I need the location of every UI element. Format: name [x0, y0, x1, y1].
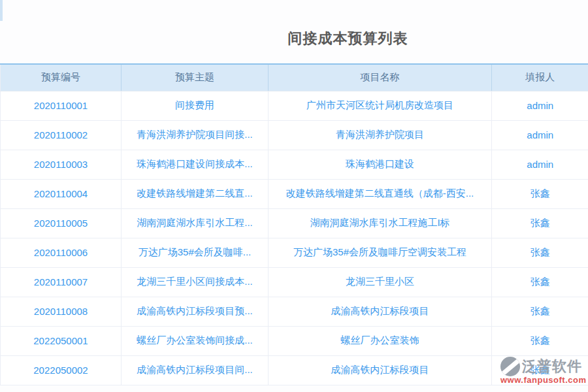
title-bar: 间接成本预算列表 [0, 0, 588, 63]
project-cell[interactable]: 湖南洞庭湖水库引水工程施工I标 [269, 208, 492, 238]
subject-cell[interactable]: 龙湖三千里小区间接成本... [122, 267, 269, 297]
subject-cell[interactable]: 湖南洞庭湖水库引水工程... [122, 208, 269, 238]
table-row: 2020110004改建铁路线增建第二线直...改建铁路线增建第二线直通线（成都… [1, 179, 588, 208]
project-cell[interactable]: 龙湖三千里小区 [269, 267, 492, 297]
column-header-project: 项目名称 [269, 64, 492, 91]
project-cell[interactable]: 改建铁路线增建第二线直通线（成都-西安... [269, 179, 492, 208]
table-row: 2020110001间接费用广州市天河区统计局机房改造项目admin [1, 91, 588, 120]
budget_no-cell[interactable]: 2020110003 [1, 150, 122, 179]
reporter-cell[interactable]: admin [492, 150, 588, 179]
column-header-budget_no: 预算编号 [1, 64, 122, 91]
project-cell[interactable]: 成渝高铁内江标段项目 [269, 355, 492, 385]
reporter-cell[interactable]: 张鑫 [492, 326, 588, 355]
reporter-cell[interactable]: 张鑫 [492, 267, 588, 297]
header-row: 预算编号预算主题项目名称填报人 [1, 64, 588, 91]
reporter-cell[interactable]: admin [492, 91, 588, 120]
table-row: 2020110003珠海鹤港口建设间接成本...珠海鹤港口建设admin [1, 150, 588, 179]
project-cell[interactable]: 青海洪湖养护院项目 [269, 120, 492, 150]
subject-cell[interactable]: 改建铁路线增建第二线直... [122, 179, 269, 208]
reporter-cell[interactable]: 张鑫 [492, 355, 588, 385]
project-cell[interactable]: 螺丝厂办公室装饰 [269, 326, 492, 355]
subject-cell[interactable]: 螺丝厂办公室装饰间接成... [122, 326, 269, 355]
project-cell[interactable]: 万达广场35#会所及咖啡厅空调安装工程 [269, 238, 492, 267]
budget_no-cell[interactable]: 2022050002 [1, 355, 122, 385]
subject-cell[interactable]: 珠海鹤港口建设间接成本... [122, 150, 269, 179]
reporter-cell[interactable]: 张鑫 [492, 297, 588, 326]
reporter-cell[interactable]: 张鑫 [492, 238, 588, 267]
subject-cell[interactable]: 青海洪湖养护院项目间接... [122, 120, 269, 150]
budget_no-cell[interactable]: 2020110001 [1, 91, 122, 120]
column-header-reporter: 填报人 [492, 64, 588, 91]
table-row: 2020110002青海洪湖养护院项目间接...青海洪湖养护院项目admin [1, 120, 588, 150]
budget_no-cell[interactable]: 2020110002 [1, 120, 122, 150]
subject-cell[interactable]: 成渝高铁内江标段项目预... [122, 297, 269, 326]
subject-cell[interactable]: 间接费用 [122, 91, 269, 120]
table-row: 2022050001螺丝厂办公室装饰间接成...螺丝厂办公室装饰张鑫 [1, 326, 588, 355]
page-title: 间接成本预算列表 [288, 29, 408, 48]
budget-table: 预算编号预算主题项目名称填报人 2020110001间接费用广州市天河区统计局机… [0, 63, 588, 385]
subject-cell[interactable]: 万达广场35#会所及咖啡... [122, 238, 269, 267]
reporter-cell[interactable]: admin [492, 120, 588, 150]
budget_no-cell[interactable]: 2022050001 [1, 326, 122, 355]
table-row: 2020110008成渝高铁内江标段项目预...成渝高铁内江标段项目张鑫 [1, 297, 588, 326]
reporter-cell[interactable]: 张鑫 [492, 179, 588, 208]
corner-sliver [0, 0, 3, 21]
budget_no-cell[interactable]: 2020110008 [1, 297, 122, 326]
table-row: 2020110006万达广场35#会所及咖啡...万达广场35#会所及咖啡厅空调… [1, 238, 588, 267]
budget_no-cell[interactable]: 2020110006 [1, 238, 122, 267]
reporter-cell[interactable]: 张鑫 [492, 208, 588, 238]
subject-cell[interactable]: 成渝高铁内江标段项目间... [122, 355, 269, 385]
column-header-subject: 预算主题 [122, 64, 269, 91]
project-cell[interactable]: 成渝高铁内江标段项目 [269, 297, 492, 326]
table-row: 2022050002成渝高铁内江标段项目间...成渝高铁内江标段项目张鑫 [1, 355, 588, 385]
table-row: 2020110005湖南洞庭湖水库引水工程...湖南洞庭湖水库引水工程施工I标张… [1, 208, 588, 238]
budget_no-cell[interactable]: 2020110004 [1, 179, 122, 208]
table-body: 2020110001间接费用广州市天河区统计局机房改造项目admin202011… [1, 91, 588, 385]
project-cell[interactable]: 珠海鹤港口建设 [269, 150, 492, 179]
budget_no-cell[interactable]: 2020110005 [1, 208, 122, 238]
table-row: 2020110007龙湖三千里小区间接成本...龙湖三千里小区张鑫 [1, 267, 588, 297]
budget_no-cell[interactable]: 2020110007 [1, 267, 122, 297]
project-cell[interactable]: 广州市天河区统计局机房改造项目 [269, 91, 492, 120]
